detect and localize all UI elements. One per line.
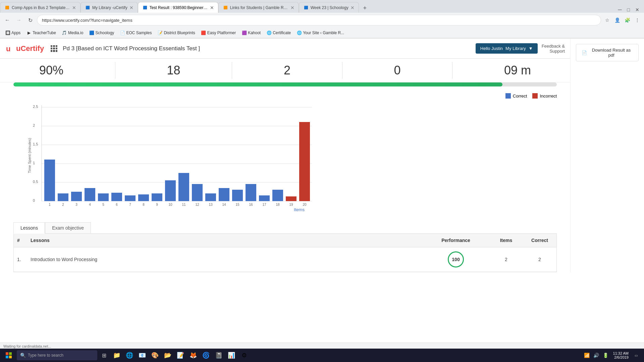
- battery-icon[interactable]: 🔋: [602, 351, 610, 359]
- tab-1-close[interactable]: ✕: [72, 5, 76, 10]
- bookmark-eoc[interactable]: 📄 EOC Samples: [117, 29, 154, 36]
- tab-2[interactable]: 🟦 My Library -uCertify ✕: [80, 2, 138, 13]
- bar-7: [125, 195, 136, 201]
- profile-icon[interactable]: 👤: [613, 16, 621, 24]
- right-sidebar: 📄 Download Result as pdf: [570, 39, 644, 272]
- app-6-button[interactable]: 📂: [162, 349, 174, 361]
- tab-2-close[interactable]: ✕: [129, 5, 133, 10]
- svg-text:20: 20: [303, 203, 307, 206]
- tab-5-close[interactable]: ✕: [351, 5, 355, 10]
- logo[interactable]: u uCertify: [5, 44, 44, 53]
- bookmark-district[interactable]: 📝 District Blueprints: [155, 29, 198, 36]
- bookmark-media[interactable]: 🎵 Media.io: [59, 29, 86, 36]
- windows-logo-icon: [6, 352, 12, 358]
- bookmarks-bar: 🔲 Apps ▶ TeacherTube 🎵 Media.io 🟦 School…: [0, 27, 644, 38]
- tab-exam-objective[interactable]: Exam objective: [45, 222, 91, 233]
- chrome-button[interactable]: 🌀: [200, 349, 212, 361]
- tab-3-close[interactable]: ✕: [210, 5, 214, 10]
- svg-text:8: 8: [143, 203, 145, 206]
- taskbar-right: 📶 🔊 🔋 11:32 AM 2/6/2019 ▭: [583, 351, 643, 360]
- bar-15: [232, 190, 243, 201]
- tab-4-close[interactable]: ✕: [290, 5, 294, 10]
- bar-20: [299, 122, 310, 201]
- bar-9: [152, 193, 162, 201]
- svg-text:1: 1: [33, 161, 35, 165]
- divider-4: [452, 62, 452, 79]
- minimize-button[interactable]: ─: [616, 7, 624, 13]
- firefox-button[interactable]: 🦊: [187, 349, 199, 361]
- bookmark-apps-label: Apps: [11, 31, 20, 35]
- tab-5-favicon: 🟦: [303, 5, 309, 10]
- my-library-button[interactable]: Hello Justin My Library ▼: [476, 43, 538, 54]
- bookmark-certificate[interactable]: 🌐 Certificate: [264, 29, 293, 36]
- download-label: Download Result as pdf: [590, 48, 633, 58]
- extensions-icon[interactable]: 🧩: [623, 16, 631, 24]
- tab-3[interactable]: 🟦 Test Result : 938590:Beginner -u... ✕: [138, 2, 218, 13]
- onenote-button[interactable]: 📓: [213, 349, 225, 361]
- bookmark-easy[interactable]: 🟥 Easy Platformer: [199, 29, 238, 36]
- app-header: u uCertify Pd 3 [Based on ICT Word Proce…: [0, 39, 570, 59]
- feedback-support-button[interactable]: Feedback & Support: [542, 44, 565, 54]
- table-row: 1. Introduction to Word Processing 100 2…: [14, 247, 556, 272]
- tab-2-favicon: 🟦: [85, 5, 90, 10]
- tab-5-title: Week 23 | Schoology: [311, 5, 348, 10]
- legend-incorrect: Incorrect: [532, 93, 557, 99]
- task-view-button[interactable]: ⊞: [98, 349, 110, 361]
- tab-lessons[interactable]: Lessons: [13, 222, 45, 234]
- network-icon[interactable]: 📶: [583, 351, 591, 359]
- bookmark-media-label: Media.io: [68, 31, 83, 35]
- tab-4-title: Links for Students | Gamble Roo...: [230, 5, 288, 10]
- grid-icon[interactable]: [51, 45, 57, 52]
- start-button[interactable]: [1, 349, 16, 362]
- bookmark-yoursite[interactable]: 🌐 Your Site ‹ Gamble R...: [294, 29, 347, 36]
- svg-text:14: 14: [222, 203, 226, 206]
- bookmark-kahoot[interactable]: 🟪 Kahoot: [239, 29, 263, 36]
- bookmark-teachertube[interactable]: ▶ TeacherTube: [24, 29, 59, 36]
- teachertube-favicon: ▶: [26, 31, 31, 35]
- restore-button[interactable]: □: [625, 7, 632, 12]
- tab-4[interactable]: 🟧 Links for Students | Gamble Roo... ✕: [218, 2, 299, 13]
- file-explorer-button[interactable]: 📁: [111, 349, 123, 361]
- svg-text:10: 10: [168, 203, 172, 206]
- edge-button[interactable]: 🌐: [123, 349, 136, 361]
- address-bar[interactable]: https://www.ucertify.com/?func=navigate_…: [37, 15, 601, 25]
- url-display: https://www.ucertify.com/?func=navigate_…: [42, 18, 596, 23]
- svg-text:11: 11: [182, 203, 186, 206]
- bookmark-star-icon[interactable]: ☆: [603, 16, 611, 24]
- svg-text:4: 4: [89, 203, 91, 206]
- app-5-button[interactable]: 🎨: [149, 349, 161, 361]
- time-text: 11:32 AM: [613, 351, 629, 355]
- app-12-button[interactable]: ⚙: [238, 349, 250, 361]
- reload-button[interactable]: ↻: [25, 15, 35, 25]
- close-button[interactable]: ✕: [633, 7, 641, 12]
- progress-bar-container: [0, 82, 570, 86]
- tab-1[interactable]: 🟧 Comp Apps in Bus 2 Template -... ✕: [0, 2, 80, 13]
- outlook-button[interactable]: 📧: [136, 349, 148, 361]
- bookmark-easy-label: Easy Platformer: [207, 31, 236, 35]
- tab-5[interactable]: 🟦 Week 23 | Schoology ✕: [299, 2, 359, 13]
- bookmark-schoology-label: Schoology: [95, 31, 114, 35]
- taskbar-search[interactable]: 🔍 Type here to search: [17, 350, 97, 360]
- powerpoint-button[interactable]: 📊: [225, 349, 237, 361]
- support-label: Support: [542, 49, 565, 54]
- svg-rect-36: [9, 352, 12, 355]
- page-title: Pd 3 [Based on ICT Word Processing Essen…: [63, 45, 476, 52]
- forward-button[interactable]: →: [14, 15, 23, 25]
- score-value: 90%: [39, 63, 63, 77]
- svg-text:9: 9: [156, 203, 158, 206]
- show-desktop-button[interactable]: ▭: [632, 351, 640, 359]
- divider-2: [232, 62, 232, 79]
- menu-icon[interactable]: ⋮: [633, 16, 641, 24]
- bookmark-schoology[interactable]: 🟦 Schoology: [87, 29, 117, 36]
- legend-correct-label: Correct: [513, 94, 527, 99]
- hello-text: Hello Justin: [480, 46, 503, 51]
- volume-icon[interactable]: 🔊: [592, 351, 600, 359]
- time-date-display[interactable]: 11:32 AM 2/6/2019: [611, 351, 631, 360]
- bookmark-apps[interactable]: 🔲 Apps: [3, 29, 23, 36]
- back-button[interactable]: ←: [3, 15, 12, 25]
- header-correct: Correct: [523, 234, 556, 247]
- download-result-button[interactable]: 📄 Download Result as pdf: [576, 44, 639, 61]
- apps-favicon: 🔲: [5, 31, 10, 35]
- new-tab-button[interactable]: +: [360, 3, 370, 13]
- word-button[interactable]: 📝: [174, 349, 186, 361]
